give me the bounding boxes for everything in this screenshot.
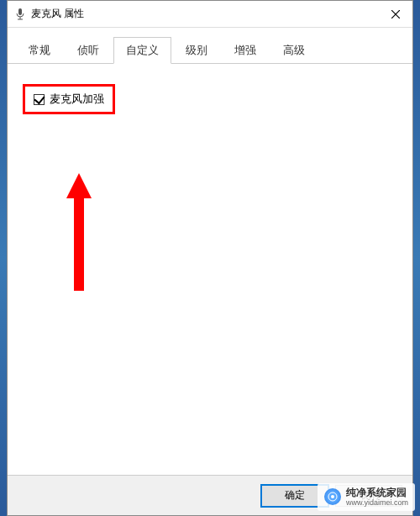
tab-general[interactable]: 常规 [16,37,63,64]
watermark-logo-icon [324,488,341,505]
watermark-url: www.yidaimei.com [346,498,408,508]
tab-content: 麦克风加强 [8,64,412,475]
tab-advanced[interactable]: 高级 [270,37,318,64]
watermark: 纯净系统家园 www.yidaimei.com [318,483,415,511]
microphone-boost-row: 麦克风加强 [23,84,115,114]
svg-rect-0 [18,8,22,15]
window-title: 麦克风 属性 [31,7,379,21]
microphone-icon [14,8,26,20]
microphone-properties-dialog: 麦克风 属性 常规 侦听 自定义 级别 增强 高级 麦克风加强 确定 取消 [7,0,413,516]
svg-marker-5 [66,173,92,291]
tab-levels[interactable]: 级别 [173,37,220,64]
annotation-arrow-icon [66,173,92,291]
tab-custom[interactable]: 自定义 [113,37,171,64]
tab-enhancements[interactable]: 增强 [222,37,269,64]
watermark-name: 纯净系统家园 [346,487,408,498]
close-button[interactable] [379,1,412,28]
tabstrip: 常规 侦听 自定义 级别 增强 高级 [8,28,412,64]
svg-point-7 [331,495,334,498]
microphone-boost-label: 麦克风加强 [50,92,104,107]
tab-listen[interactable]: 侦听 [65,37,112,64]
microphone-boost-checkbox[interactable] [34,94,45,105]
titlebar: 麦克风 属性 [8,1,412,28]
